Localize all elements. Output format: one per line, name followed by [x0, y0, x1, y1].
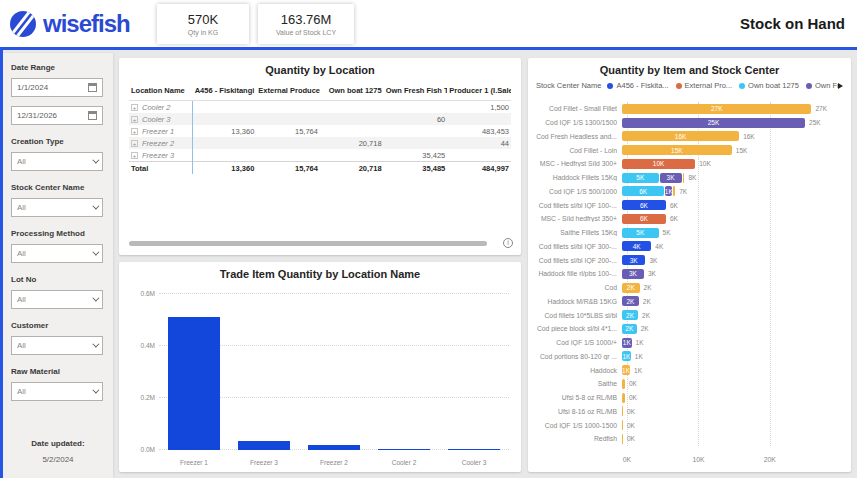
hbar-segment[interactable]: 27K [622, 104, 811, 114]
hbar-segment[interactable] [622, 393, 625, 403]
hbar-total-label: 2K [643, 298, 651, 305]
legend-item[interactable]: External Pro... [676, 81, 733, 90]
chevron-down-icon[interactable] [92, 295, 99, 302]
row-name-cell[interactable]: Freezer 3 [129, 149, 193, 162]
chevron-down-icon[interactable] [92, 203, 99, 210]
hbar-segment[interactable] [673, 186, 675, 196]
hbar-segment[interactable]: 2K [622, 324, 637, 334]
hbar-total-label: 15K [736, 147, 748, 154]
hbar-segment[interactable]: 3K [622, 269, 644, 279]
chevron-down-icon[interactable] [92, 249, 99, 256]
hbar-strip: 16K16K [622, 131, 827, 141]
column-header[interactable]: Own boat 1275 [320, 82, 384, 101]
hbar-total-label: 3K [649, 257, 657, 264]
legend-item[interactable]: Own Fresh Fis... [806, 81, 838, 90]
hbar-segment[interactable]: 25K [622, 118, 805, 128]
hbar-segment[interactable]: 5K [622, 173, 659, 183]
bar[interactable] [378, 449, 430, 450]
total-row[interactable]: Total13,36015,76420,71835,485484,997 [129, 162, 511, 175]
hbar-segment[interactable] [622, 379, 625, 389]
hbar-segment[interactable]: 2K [622, 283, 640, 293]
table-row[interactable]: Cooler 21,500 [129, 101, 511, 114]
filter-dropdown[interactable]: All [11, 290, 103, 309]
hbar-segment[interactable] [622, 420, 623, 430]
row-name-cell[interactable]: Freezer 2 [129, 137, 193, 149]
date-to-field[interactable] [11, 106, 103, 125]
hbar-total-label: 1K [636, 339, 644, 346]
bar[interactable] [168, 317, 220, 450]
filter-dropdown[interactable]: All [11, 382, 103, 401]
hbar-segment[interactable]: 10K [622, 159, 695, 169]
cell-value [447, 113, 511, 125]
filter-group: Lot NoAll [11, 275, 105, 309]
column-header[interactable]: Own Fresh Fish Trawler [384, 82, 448, 101]
table-row[interactable]: Freezer 335,425 [129, 149, 511, 162]
hbar-segment[interactable]: 3K [660, 173, 682, 183]
hbar-segment[interactable]: 2K [622, 296, 639, 306]
hbar-row: Cod fillets sl/bl IQF 300-...4K4K [536, 240, 827, 252]
hbar-segment[interactable]: 5K [622, 228, 659, 238]
row-name-cell[interactable]: Cooler 2 [129, 101, 193, 114]
app-header: wisefish 570K Qty in KG 163.76M Value of… [0, 0, 857, 50]
hbar-segment[interactable]: 1K [622, 365, 630, 375]
hbar-segment[interactable]: 4K [622, 241, 651, 251]
horizontal-scrollbar[interactable] [129, 241, 487, 246]
hbar-segment[interactable]: 1K [622, 351, 631, 361]
row-name-cell[interactable]: Total [129, 162, 193, 175]
column-header[interactable]: A456 - Fiskitangi [193, 82, 257, 101]
hbar-segment[interactable] [622, 406, 623, 416]
hbar-segment[interactable]: 15K [622, 145, 732, 155]
chevron-down-icon[interactable] [92, 341, 99, 348]
hbar-label: Cod Fresh Headless and... [536, 133, 622, 140]
expand-icon[interactable] [131, 104, 138, 111]
hbar-segment[interactable]: 6K [622, 200, 666, 210]
info-icon[interactable] [503, 238, 513, 248]
hbar-segment[interactable] [622, 434, 623, 444]
hbar-segment[interactable]: 6K [622, 186, 664, 196]
legend-more-arrow-icon[interactable] [838, 83, 843, 89]
hbar-strip: 6K6K [622, 200, 827, 210]
hbar-row: Cod fillets 10*5LBS sl/bl2K2K [536, 309, 827, 321]
table-row[interactable]: Freezer 220,71844 [129, 137, 511, 149]
expand-icon[interactable] [131, 128, 138, 135]
hbar-segment[interactable]: 3K [622, 255, 645, 265]
legend-item[interactable]: Own boat 1275 [739, 81, 799, 90]
column-header[interactable]: External Producer 01 [256, 82, 320, 101]
row-name-cell[interactable]: Cooler 3 [129, 113, 193, 125]
bar[interactable] [238, 441, 290, 450]
bar[interactable] [308, 445, 360, 450]
date-from-input[interactable] [17, 83, 79, 92]
chevron-down-icon[interactable] [92, 387, 99, 394]
filter-dropdown[interactable]: All [11, 152, 103, 171]
table-row[interactable]: Freezer 113,36015,764483,453 [129, 125, 511, 137]
chevron-down-icon[interactable] [92, 157, 99, 164]
date-to-input[interactable] [17, 111, 79, 120]
date-from-field[interactable] [11, 78, 103, 97]
cell-value: 20,718 [320, 137, 384, 149]
hbar-segment[interactable]: 2K [622, 310, 638, 320]
hbar-label: Cod portions 80-120 gr ... [536, 353, 622, 360]
expand-icon[interactable] [131, 116, 138, 123]
expand-icon[interactable] [131, 140, 138, 147]
legend-item[interactable]: A456 - Fiskita... [607, 81, 668, 90]
filter-dropdown[interactable]: All [11, 198, 103, 217]
table-row[interactable]: Cooler 360 [129, 113, 511, 125]
hbar-segment[interactable]: 1K [665, 186, 672, 196]
calendar-icon[interactable] [88, 111, 97, 120]
hbar-total-label: 0K [627, 422, 635, 429]
filter-dropdown[interactable]: All [11, 244, 103, 263]
hbar-segment[interactable]: 16K [622, 131, 739, 141]
row-name-cell[interactable]: Freezer 1 [129, 125, 193, 137]
calendar-icon[interactable] [88, 83, 97, 92]
y-axis-tick: 0.0M [129, 446, 155, 453]
hbar-segment[interactable] [683, 173, 685, 183]
hbar-segment[interactable]: 6K [622, 214, 666, 224]
cell-value: 483,453 [447, 125, 511, 137]
expand-icon[interactable] [131, 152, 138, 159]
bar[interactable] [448, 449, 500, 450]
filter-dropdown[interactable]: All [11, 336, 103, 355]
column-header[interactable]: Location Name [129, 82, 193, 101]
quantity-by-location-panel: Quantity by Location Location NameA456 -… [119, 58, 521, 255]
column-header[interactable]: Producer 1 (I.Sales) [447, 82, 511, 101]
hbar-segment[interactable]: 1K [622, 338, 632, 348]
